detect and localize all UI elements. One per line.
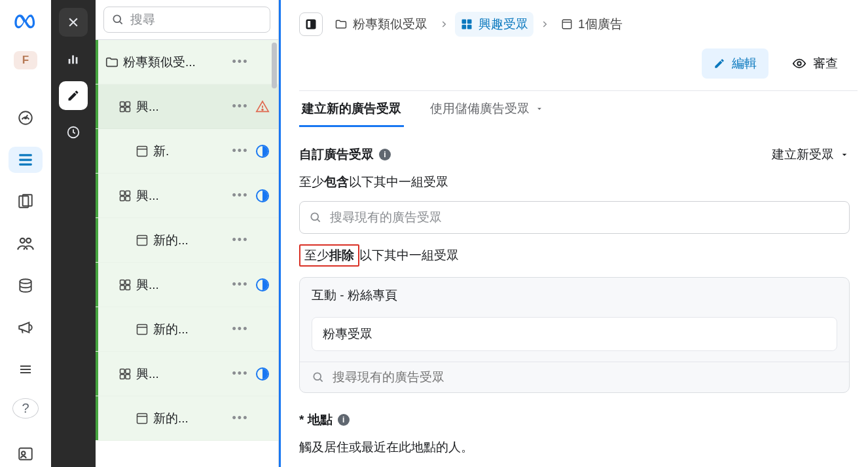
exclude-search-field[interactable]: [300, 362, 849, 392]
svg-rect-4: [19, 163, 32, 165]
svg-point-45: [797, 62, 801, 65]
svg-rect-3: [19, 159, 32, 160]
info-icon[interactable]: i: [338, 414, 350, 426]
breadcrumb-adset-label: 興趣受眾: [479, 16, 528, 33]
tree-node[interactable]: 興...•••: [96, 352, 278, 396]
help-button[interactable]: ?: [12, 398, 39, 419]
account-avatar[interactable]: F: [14, 51, 37, 69]
tree-node[interactable]: 新的...•••: [96, 307, 278, 352]
more-options-button[interactable]: •••: [231, 53, 249, 71]
svg-rect-26: [126, 196, 130, 200]
tree-scrollbar[interactable]: [270, 40, 278, 467]
tree-node-label: 粉專類似受...: [123, 54, 231, 71]
location-desc: 觸及居住或最近在此地點的人。: [299, 439, 850, 456]
tree-node[interactable]: 興...•••: [96, 263, 278, 307]
tree-node-label: 興...: [136, 98, 231, 115]
tree-search[interactable]: [103, 7, 270, 33]
more-options-button[interactable]: •••: [231, 365, 249, 383]
custom-audience-label: 自訂廣告受眾 i: [299, 146, 391, 163]
caret-down-icon: [839, 149, 850, 160]
include-search-field[interactable]: [299, 201, 850, 234]
tree-node[interactable]: 新的...•••: [96, 218, 278, 263]
include-heading: 至少包含以下其中一組受眾: [299, 174, 850, 191]
review-button-label: 審查: [813, 55, 838, 72]
rail-ads-manager-icon[interactable]: [9, 147, 43, 173]
svg-rect-34: [126, 369, 130, 373]
status-icon: [255, 145, 270, 158]
edit-sidebar: [51, 0, 96, 467]
svg-point-46: [311, 213, 318, 220]
exclude-chip[interactable]: 粉專受眾: [312, 317, 837, 351]
exclude-group-title: 互動 - 粉絲專頁: [300, 278, 849, 313]
more-options-button[interactable]: •••: [231, 142, 249, 160]
breadcrumb-campaign[interactable]: 粉專類似受眾: [329, 12, 433, 37]
darknav-chart-icon[interactable]: [59, 45, 88, 73]
svg-rect-44: [562, 20, 571, 29]
rail-billing-icon[interactable]: [9, 272, 43, 299]
ad-icon: [135, 145, 149, 158]
meta-logo: [12, 9, 39, 35]
info-icon[interactable]: i: [379, 149, 391, 160]
exclude-search-input[interactable]: [333, 370, 837, 384]
tree-search-input[interactable]: [103, 7, 270, 33]
include-search-input[interactable]: [330, 210, 840, 225]
svg-rect-19: [120, 107, 125, 111]
tree-node[interactable]: 新的...•••: [96, 396, 278, 441]
svg-rect-35: [120, 374, 125, 379]
svg-point-11: [22, 451, 25, 455]
rail-audiences-icon[interactable]: [9, 231, 43, 257]
scrollbar-thumb[interactable]: [272, 43, 277, 88]
rail-library-icon[interactable]: [9, 189, 43, 215]
tab-create-audience[interactable]: 建立新的廣告受眾: [299, 91, 404, 127]
grid-icon: [118, 278, 132, 291]
svg-rect-40: [462, 20, 467, 24]
tree-node[interactable]: 粉專類似受...•••: [96, 40, 278, 84]
edit-button-label: 編輯: [732, 55, 757, 72]
campaign-tree-panel: 粉專類似受...•••興...•••新.•••興...•••新的...•••興.…: [96, 0, 279, 467]
more-options-button[interactable]: •••: [231, 98, 249, 116]
rail-profile-card-icon[interactable]: [9, 441, 43, 467]
tree-node-label: 新的...: [153, 410, 231, 427]
more-options-button[interactable]: •••: [231, 320, 249, 339]
ad-icon: [135, 412, 149, 425]
tree-node-label: 新的...: [153, 232, 231, 249]
close-button[interactable]: [59, 8, 88, 37]
svg-rect-25: [120, 196, 125, 200]
tab-create-label: 建立新的廣告受眾: [302, 102, 401, 115]
tree-scroll[interactable]: 粉專類似受...•••興...•••新.•••興...•••新的...•••興.…: [96, 40, 278, 467]
more-options-button[interactable]: •••: [231, 276, 249, 294]
tree-node[interactable]: 興...•••: [96, 174, 278, 218]
create-new-audience-link[interactable]: 建立新受眾: [772, 146, 850, 163]
svg-point-21: [262, 109, 263, 110]
breadcrumb-adset[interactable]: 興趣受眾: [455, 12, 533, 37]
rail-announce-icon[interactable]: [9, 314, 43, 341]
svg-point-47: [314, 373, 321, 380]
svg-rect-24: [126, 191, 130, 195]
svg-rect-14: [76, 57, 78, 64]
global-rail: F ?: [0, 0, 51, 467]
breadcrumb-toggle[interactable]: [299, 12, 323, 36]
grid-icon: [118, 189, 132, 202]
tab-saved-audience[interactable]: 使用儲備廣告受眾: [427, 91, 547, 127]
rail-menu-icon[interactable]: [9, 356, 43, 383]
main-panel: 粉專類似受眾 興趣受眾 1個廣告: [279, 0, 868, 467]
search-icon: [312, 371, 325, 384]
svg-rect-17: [120, 102, 125, 106]
svg-rect-42: [462, 25, 467, 29]
breadcrumb-ad[interactable]: 1個廣告: [556, 12, 628, 37]
more-options-button[interactable]: •••: [231, 187, 249, 205]
tree-node[interactable]: 新.•••: [96, 129, 278, 174]
tree-node[interactable]: 興...•••: [96, 84, 278, 129]
search-icon: [111, 13, 124, 26]
more-options-button[interactable]: •••: [231, 231, 249, 250]
svg-rect-28: [120, 280, 125, 284]
svg-rect-30: [120, 285, 125, 290]
darknav-edit-icon[interactable]: [59, 81, 88, 110]
more-options-button[interactable]: •••: [231, 409, 249, 428]
review-button[interactable]: 審查: [780, 48, 850, 79]
svg-rect-29: [126, 280, 130, 284]
svg-point-9: [20, 279, 31, 284]
darknav-history-icon[interactable]: [59, 118, 88, 147]
rail-dashboard-icon[interactable]: [9, 105, 43, 131]
edit-button[interactable]: 編輯: [702, 48, 769, 79]
